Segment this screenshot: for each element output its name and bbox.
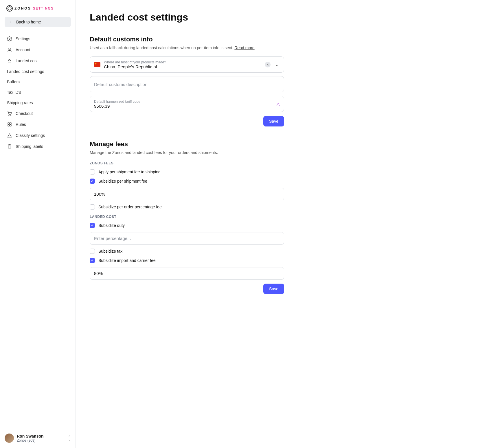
nav-rules[interactable]: Rules	[5, 119, 71, 130]
back-to-home-button[interactable]: ← Back to home	[5, 17, 71, 27]
nav-label: Checkout	[16, 111, 33, 116]
checkbox-label: Subsidize duty	[98, 223, 125, 228]
nav-checkout[interactable]: Checkout	[5, 108, 71, 119]
flag-china-icon	[94, 62, 100, 67]
country-value: China, People's Republic of	[104, 64, 261, 69]
svg-point-4	[9, 115, 9, 115]
nav-label: Shipping labels	[16, 144, 43, 149]
section-default-customs-title: Default customs info	[90, 36, 351, 43]
svg-rect-7	[10, 123, 11, 124]
checkbox-label: Subsidize import and carrier fee	[98, 258, 156, 263]
nav-label: Classify settings	[16, 133, 45, 138]
subsidize-duty-input[interactable]: Enter percentage...	[90, 232, 284, 245]
checkbox-label: Apply per shipment fee to shipping	[98, 170, 161, 174]
user-org: Zonos (909)	[17, 438, 44, 443]
brand-name: ZONOS	[14, 6, 31, 10]
page-title: Landed cost settings	[90, 12, 351, 23]
checkbox-subsidize-per-shipment[interactable]: Subsidize per shipment fee	[90, 179, 351, 184]
checkbox-checked-icon	[90, 223, 95, 228]
subnav-buffers[interactable]: Buffers	[5, 77, 71, 87]
checkbox-subsidize-tax[interactable]: Subsidize tax	[90, 249, 351, 254]
subsidize-per-shipment-input[interactable]: 100%	[90, 188, 284, 200]
svg-point-3	[10, 59, 11, 60]
nav-account[interactable]: Account	[5, 45, 71, 55]
nav-settings[interactable]: Settings	[5, 34, 71, 44]
cart-icon	[7, 111, 12, 116]
svg-point-2	[8, 59, 10, 60]
chevron-up-down-icon: ⌃⌄	[68, 436, 71, 441]
brand-section: SETTINGS	[33, 6, 54, 10]
nav-landed-cost-sub: Landed cost settings Buffers Tax ID's Sh…	[5, 67, 71, 108]
checkbox-subsidize-import[interactable]: Subsidize import and carrier fee	[90, 258, 351, 263]
save-customs-button[interactable]: Save	[263, 116, 284, 126]
svg-rect-9	[10, 125, 11, 126]
main-content: Landed cost settings Default customs inf…	[76, 0, 365, 448]
brand-logo: ZONOS SETTINGS	[5, 5, 71, 12]
user-switcher[interactable]: Ron Swanson Zonos (909) ⌃⌄	[5, 428, 71, 443]
nav-label: Settings	[16, 36, 30, 41]
chevron-down-icon[interactable]: ⌄	[274, 62, 280, 67]
checkbox-label: Subsidize tax	[98, 249, 122, 254]
svg-point-5	[10, 115, 11, 115]
clear-button[interactable]: ✕	[265, 62, 271, 67]
subnav-shipping-rates[interactable]: Shipping rates	[5, 98, 71, 108]
avatar	[5, 434, 14, 443]
country-label: Where are most of your products made?	[104, 60, 261, 64]
svg-rect-8	[8, 125, 9, 126]
section-default-customs-desc: Used as a fallback during landed cost ca…	[90, 45, 351, 50]
back-label: Back to home	[16, 20, 41, 24]
clipboard-icon	[7, 144, 12, 149]
hs-value: 9506.39	[94, 104, 273, 109]
save-fees-button[interactable]: Save	[263, 284, 284, 294]
sidebar: ZONOS SETTINGS ← Back to home Settings A…	[0, 0, 76, 448]
section-manage-fees-title: Manage fees	[90, 140, 351, 148]
checkbox-subsidize-per-order[interactable]: Subsidize per order percentage fee	[90, 204, 351, 210]
section-manage-fees-desc: Manage the Zonos and landed cost fees fo…	[90, 150, 351, 155]
svg-rect-6	[8, 123, 9, 124]
checkbox-icon	[90, 204, 95, 210]
read-more-link[interactable]: Read more	[234, 45, 254, 50]
nav-label: Rules	[16, 122, 26, 127]
hs-label: Default harmonized tariff code	[94, 100, 273, 104]
customs-description-input[interactable]: Default customs description	[90, 76, 284, 92]
grid-icon	[7, 122, 12, 127]
nav-landed-cost[interactable]: Landed cost	[5, 56, 71, 66]
subsidize-import-input[interactable]: 80%	[90, 267, 284, 280]
customs-desc-placeholder: Default customs description	[94, 82, 147, 87]
user-name: Ron Swanson	[17, 434, 44, 438]
checkbox-checked-icon	[90, 258, 95, 263]
landed-cost-header: LANDED COST	[90, 215, 351, 219]
triangle-icon	[7, 133, 12, 138]
subnav-landed-cost-settings[interactable]: Landed cost settings	[5, 67, 71, 76]
nav-shipping-labels[interactable]: Shipping labels	[5, 141, 71, 152]
classify-triangle-icon: △	[276, 101, 280, 107]
nav-list: Settings Account Landed cost	[5, 34, 71, 67]
checkbox-icon	[90, 169, 95, 175]
country-select[interactable]: Where are most of your products made? Ch…	[90, 56, 284, 73]
gear-icon	[7, 36, 12, 41]
landed-cost-icon	[7, 58, 12, 63]
checkbox-label: Subsidize per order percentage fee	[98, 205, 162, 209]
nav-list-2: Checkout Rules Classify settings Shippin…	[5, 108, 71, 152]
checkbox-label: Subsidize per shipment fee	[98, 179, 147, 183]
checkbox-icon	[90, 249, 95, 254]
nav-classify-settings[interactable]: Classify settings	[5, 130, 71, 141]
zonos-fees-header: ZONOS FEES	[90, 161, 351, 165]
nav-label: Account	[16, 47, 30, 52]
svg-point-1	[9, 48, 10, 50]
checkbox-apply-per-shipment[interactable]: Apply per shipment fee to shipping	[90, 169, 351, 175]
subnav-tax-ids[interactable]: Tax ID's	[5, 87, 71, 97]
arrow-left-icon: ←	[9, 20, 13, 24]
checkbox-subsidize-duty[interactable]: Subsidize duty	[90, 223, 351, 228]
svg-point-0	[9, 38, 10, 40]
user-icon	[7, 47, 12, 52]
nav-label: Landed cost	[16, 58, 38, 63]
hs-code-input[interactable]: Default harmonized tariff code 9506.39 △	[90, 96, 284, 112]
checkbox-checked-icon	[90, 179, 95, 184]
logo-icon	[6, 5, 13, 12]
